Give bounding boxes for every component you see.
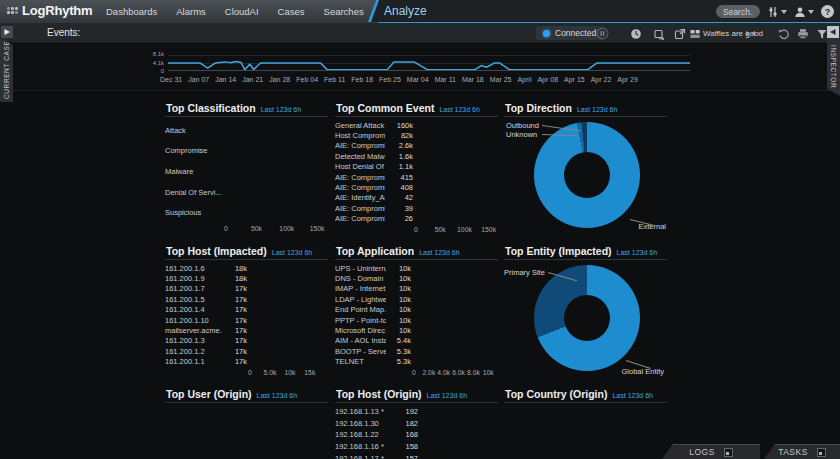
bar-row: Denial Of Servi... [165, 188, 328, 197]
timeline-x-label: Feb 04 [296, 76, 318, 83]
bar-row: 161.200.1.618k [165, 264, 328, 273]
nav-item[interactable]: CloudAI [225, 6, 259, 17]
bar-row: TELNET5.3k [335, 357, 498, 366]
undo-button[interactable] [777, 27, 790, 40]
help-icon[interactable]: ? [821, 5, 834, 18]
logs-tab[interactable]: LOGS [662, 444, 760, 459]
bar-row: AIE: Compromi...39 [335, 204, 498, 213]
bar-value: 5.4k [389, 336, 411, 345]
bar-category-label: Host Denial Of ... [335, 162, 385, 171]
bar-row: AIE: Compromi...2.6k [335, 141, 498, 150]
logs-tab-label: LOGS [689, 447, 715, 457]
bar-category-label: AIE: Compromi... [335, 183, 385, 192]
panel-period: Last 123d 6h [261, 106, 301, 113]
bar-row: BOOTP - Server5.3k [335, 347, 498, 356]
filter-icon [816, 28, 828, 40]
bar-category-label: PPTP - Point-to... [335, 316, 386, 325]
time-range-button[interactable] [629, 27, 642, 40]
inspector-collapse-icon[interactable] [827, 26, 839, 38]
bar-value: 2.6k [388, 141, 413, 150]
bar-category-label: Malware [165, 167, 223, 176]
axis-tick-label: 8.0k [467, 369, 480, 376]
search-input[interactable] [716, 5, 760, 18]
print-icon [797, 28, 809, 40]
bar-row: 161.200.1.217k [165, 347, 328, 356]
timeline-x-label: Mar 18 [462, 76, 484, 83]
layout-button[interactable] [688, 27, 701, 40]
bar-row: IMAP - Internet...10k [335, 284, 498, 293]
bar-row: End Point Map...10k [335, 305, 498, 314]
bar-value: 17k [225, 295, 247, 304]
nav-item[interactable]: Cases [278, 6, 305, 17]
panel-period: Last 123d 6h [257, 392, 297, 399]
panel-top-user-origin: Top User (Origin) Last 123d 6h [165, 386, 328, 459]
connection-status[interactable]: Connected [536, 26, 603, 40]
host-impacted-bar-chart: 161.200.1.618k161.200.1.918k161.200.1.71… [165, 260, 328, 382]
bar-category-label: 192.168.1.17 * [335, 454, 393, 459]
bar-value: 17k [225, 357, 247, 366]
bar-value: 1.6k [388, 152, 413, 161]
tasks-tab-label: TASKS [778, 447, 808, 457]
bar-category-label: Microsoft Direc... [335, 326, 386, 335]
collapse-columns-button[interactable] [744, 27, 757, 40]
user-menu[interactable] [794, 6, 814, 18]
bar-value: 10k [389, 316, 411, 325]
current-case-tab[interactable]: CURRENT CASE [0, 38, 13, 102]
bar-row: AIM - AOL Insta...5.4k [335, 336, 498, 345]
export-button[interactable] [673, 27, 686, 40]
panel-top-host-origin: Top Host (Origin) Last 123d 6h 192.168.1… [335, 386, 498, 459]
bar-row: Malware [165, 167, 328, 176]
user-origin-bar-chart [165, 403, 328, 459]
nav-right-controls: ? [716, 0, 834, 23]
bar-category-label: 161.200.1.3 [165, 336, 222, 345]
pause-button[interactable] [596, 27, 609, 40]
bar-row: AIE: Compromi...26 [335, 214, 498, 223]
donut[interactable] [534, 122, 640, 228]
tab-analyze-label[interactable]: Analyze [384, 4, 427, 18]
current-case-icon[interactable] [1, 26, 13, 38]
bar-value: 10k [389, 264, 411, 273]
panel-title: Top User (Origin) [166, 388, 252, 400]
bar-value: 192 [396, 407, 418, 416]
bar-row: 161.200.1.117k [165, 357, 328, 366]
bar-value: 157 [396, 454, 418, 459]
axis-tick-label: 150k [481, 226, 496, 233]
bar-value: 26 [388, 214, 413, 223]
export-icon [674, 28, 686, 40]
bar-row: 192.168.1.22168 [335, 430, 498, 439]
timeline-x-label: Mar 11 [435, 76, 456, 83]
add-to-case-button[interactable] [652, 27, 665, 40]
bar-category-label: End Point Map... [335, 305, 386, 314]
donut[interactable] [534, 265, 640, 371]
nav-item[interactable]: Alarms [176, 6, 206, 17]
inspector-tab[interactable]: INSPECTOR [827, 38, 840, 96]
timeline-x-label: Jan 28 [269, 76, 290, 83]
timeline-plot[interactable] [168, 55, 690, 71]
bar-value: 415 [388, 173, 413, 182]
axis-tick-label: 50k [435, 226, 446, 233]
collapse-columns-icon [745, 28, 756, 39]
current-case-tab-label: CURRENT CASE [3, 41, 10, 99]
bar-category-label: 161.200.1.2 [165, 347, 222, 356]
bar-category-label: AIE: Compromi... [335, 141, 385, 150]
bar-value: 17k [225, 347, 247, 356]
bar-row: 192.168.1.17 *157 [335, 454, 498, 459]
preferences-menu[interactable] [767, 6, 787, 18]
bar-category-label: Suspicious [165, 208, 223, 217]
panel-top-application: Top Application Last 123d 6h UPS - Unint… [335, 243, 498, 384]
bar-value: 17k [225, 284, 247, 293]
common-event-bar-chart: General Attack ...160kHost Compromi...82… [335, 117, 498, 239]
bar-row: Host Compromi...82k [335, 131, 498, 140]
print-button[interactable] [796, 27, 809, 40]
connected-dot-icon [543, 30, 550, 37]
top-nav: Analyze LogRhythm DashboardsAlarmsCloudA… [0, 0, 840, 23]
layout-grid-icon [689, 28, 701, 40]
timeline-x-label: April [517, 76, 531, 83]
nav-item[interactable]: Searches [324, 6, 364, 17]
bar-category-label: 192.168.1.22 [335, 430, 393, 439]
tasks-tab[interactable]: TASKS [764, 444, 840, 459]
logrhythm-logo[interactable]: LogRhythm [7, 3, 92, 18]
slice-label-primary-site: Primary Site [504, 268, 545, 277]
bar-value: 158 [396, 442, 418, 451]
nav-item[interactable]: Dashboards [106, 6, 157, 17]
